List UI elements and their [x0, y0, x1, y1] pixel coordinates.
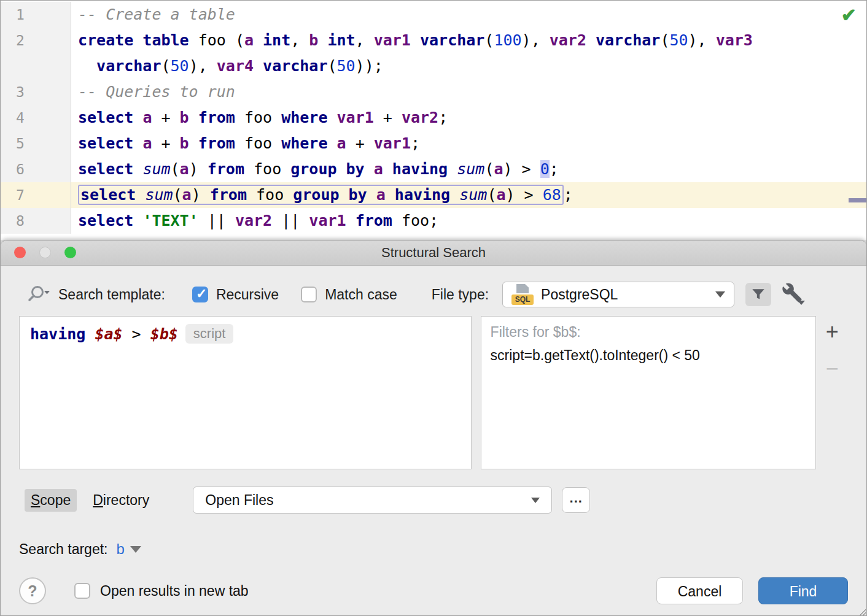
edit-variables-wrench-button[interactable] [779, 282, 806, 307]
code-token: a [180, 160, 189, 178]
template-code[interactable]: having $a$ > $b$ [30, 325, 178, 343]
code-line[interactable]: select a + b from foo where var1 + var2; [71, 105, 866, 131]
chevron-down-icon [715, 291, 725, 298]
code-line[interactable]: -- Create a table [71, 2, 866, 28]
scope-dropdown[interactable]: Open Files [193, 487, 552, 514]
code-token: select [78, 109, 133, 126]
code-token: 'TEXT' [142, 212, 198, 229]
code-token [78, 57, 96, 75]
code-token: having [395, 186, 450, 204]
browse-button[interactable]: ... [562, 487, 590, 513]
dialog-titlebar[interactable]: Structural Search [1, 241, 866, 266]
code-token: ) [192, 186, 210, 204]
script-filter-badge[interactable]: script [185, 324, 234, 344]
zoom-window-button[interactable] [64, 247, 76, 258]
add-filter-button[interactable]: + [826, 321, 839, 343]
code-token [133, 109, 142, 126]
filter-script-value[interactable]: script=b.getText().toInteger() < 50 [491, 347, 807, 364]
code-token: + [374, 109, 402, 126]
filter-button[interactable] [745, 283, 771, 306]
scope-tab[interactable]: Scope [25, 489, 77, 512]
editor-lines: 1-- Create a table2create table foo (a i… [1, 2, 866, 234]
code-line[interactable]: select sum(a) from foo group by a having… [71, 156, 866, 182]
find-button[interactable]: Find [758, 577, 848, 604]
editor-line: 2create table foo (a int, b int, var1 va… [1, 28, 866, 53]
filters-panel[interactable]: Filters for $b$: script=b.getText().toIn… [481, 316, 817, 469]
scope-value: Open Files [205, 492, 273, 509]
editor-line: 3-- Queries to run [1, 79, 866, 105]
code-token: a [142, 134, 152, 152]
cancel-button[interactable]: Cancel [656, 577, 743, 604]
code-line[interactable]: varchar(50), var4 varchar(50)); [71, 53, 866, 79]
line-number: 4 [1, 105, 71, 131]
file-type-dropdown[interactable]: SQL PostgreSQL [502, 282, 734, 307]
code-token: from [208, 160, 244, 178]
toolbar-row: Search template: Recursive Match case Fi… [19, 266, 848, 308]
code-token: ( [173, 186, 182, 204]
code-token: select [78, 212, 133, 229]
inspections-ok-icon[interactable]: ✔ [841, 4, 857, 26]
dialog-content: Search template: Recursive Match case Fi… [1, 266, 866, 616]
code-token: foo [247, 186, 293, 204]
code-token: 100 [494, 31, 521, 49]
search-template-history-icon[interactable] [28, 284, 51, 305]
code-token: 0 [540, 160, 550, 178]
editor-line: 1-- Create a table [1, 2, 866, 28]
code-token: + [152, 109, 179, 126]
code-token: from [356, 212, 392, 229]
editor-line: 4select a + b from foo where var1 + var2… [1, 105, 866, 131]
code-token: a [142, 109, 152, 126]
close-window-button[interactable] [14, 247, 26, 258]
code-token: select [78, 134, 133, 152]
code-token: ( [487, 186, 496, 204]
recursive-label[interactable]: Recursive [216, 287, 279, 303]
code-token: a [374, 160, 383, 178]
scrollbar-match-mark[interactable] [849, 198, 866, 202]
code-token: from [210, 186, 247, 204]
code-line[interactable]: select 'TEXT' || var2 || var1 from foo; [71, 208, 866, 234]
minimize-window-button [39, 247, 51, 258]
search-template-editor[interactable]: having $a$ > $b$ script [19, 316, 472, 469]
code-token [386, 186, 395, 204]
code-line[interactable]: select sum(a) from foo group by a having… [71, 182, 866, 208]
search-template-label: Search template: [58, 287, 165, 303]
match-case-checkbox[interactable] [301, 287, 317, 302]
code-token: b [180, 109, 189, 126]
line-number: 8 [1, 208, 71, 234]
code-token: a [494, 160, 503, 178]
sql-editor[interactable]: 1-- Create a table2create table foo (a i… [1, 1, 866, 240]
code-token: + [346, 134, 374, 152]
open-results-checkbox[interactable] [74, 583, 90, 599]
code-line[interactable]: select a + b from foo where a + var1; [71, 131, 866, 156]
search-target-label: Search target: [19, 541, 107, 558]
code-token [365, 160, 374, 178]
line-number: 7 [1, 182, 71, 208]
code-token: sum [142, 160, 170, 178]
code-token: ), [522, 31, 550, 49]
target-chevron-down-icon[interactable] [130, 546, 141, 553]
code-token: 50 [669, 31, 688, 49]
code-token: var1 [309, 212, 346, 229]
code-token: ), [189, 57, 217, 75]
editor-line: 5select a + b from foo where a + var1; [1, 131, 866, 156]
editor-line: 6select sum(a) from foo group by a havin… [1, 156, 866, 182]
directory-tab[interactable]: Directory [87, 489, 155, 512]
code-line[interactable]: -- Queries to run [71, 79, 866, 105]
help-button[interactable]: ? [19, 577, 46, 604]
match-case-label[interactable]: Match case [325, 287, 397, 303]
open-results-label[interactable]: Open results in new tab [100, 583, 249, 599]
filter-actions-column: + − [816, 316, 848, 469]
code-line[interactable]: create table foo (a int, b int, var1 var… [71, 28, 866, 53]
code-token: varchar [596, 31, 660, 49]
code-token [136, 186, 145, 204]
chevron-down-icon [531, 498, 540, 503]
code-token [254, 31, 263, 49]
recursive-checkbox[interactable] [192, 287, 208, 302]
remove-filter-button: − [826, 358, 839, 380]
resize-grip[interactable] [858, 609, 866, 616]
code-token: foo [235, 109, 281, 126]
code-token: select [78, 160, 133, 178]
search-target-value[interactable]: b [116, 541, 124, 558]
code-token: varchar [263, 57, 327, 75]
code-token: a [496, 186, 505, 204]
